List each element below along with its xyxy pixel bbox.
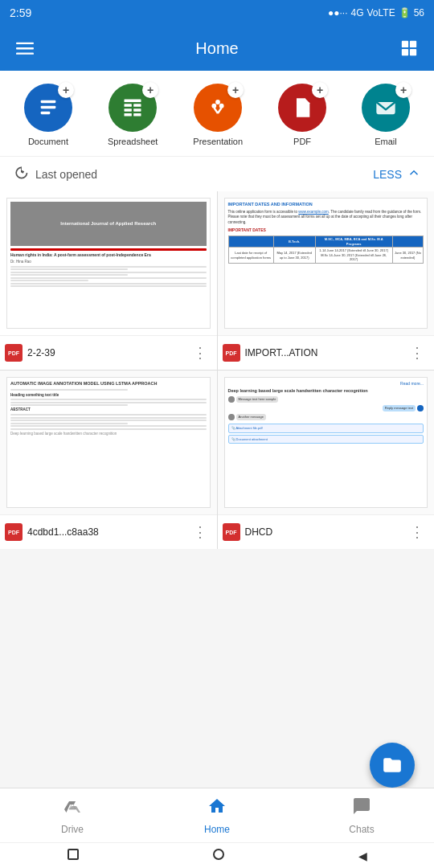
file-card[interactable]: International Journal of Applied Researc… [0,191,217,370]
svg-point-18 [219,104,224,108]
email-label: Email [375,137,397,146]
triangle-icon: ◀ [358,850,367,862]
file-footer: PDF DHCD ⋮ [218,515,435,549]
file-thumbnail: Read more... Deep learning based large s… [218,371,435,515]
quick-actions: + Document + Spreadsheet + Presentation … [0,71,434,156]
svg-line-21 [218,108,222,113]
back-button[interactable]: ◀ [358,850,367,862]
file-more-button[interactable]: ⋮ [190,522,211,542]
presentation-label: Presentation [193,137,243,146]
svg-rect-4 [410,41,416,47]
svg-rect-16 [133,113,141,117]
status-time: 2:59 [10,6,31,19]
quick-action-pdf[interactable]: PDF + PDF [278,84,326,146]
less-button[interactable]: LESS [373,166,421,182]
pdf-file-icon: PDF [5,523,23,541]
file-thumbnail: AUTOMATIC IMAGE ANNOTATION MODEL USING L… [0,371,217,515]
file-footer: PDF 2-2-39 ⋮ [0,336,217,370]
battery-icon: 🔋 [399,7,411,18]
drive-label: Drive [61,824,84,835]
nav-chats[interactable]: Chats [289,796,434,835]
file-name: 2-2-39 [27,347,55,358]
svg-rect-9 [41,112,51,115]
app-bar: Home [0,26,434,71]
pdf-file-icon: PDF [5,344,23,362]
svg-rect-12 [133,104,141,107]
battery-level: 56 [414,7,424,18]
fab-button[interactable] [370,743,415,788]
square-icon [68,849,79,860]
file-card[interactable]: Read more... Deep learning based large s… [218,371,435,549]
svg-rect-11 [125,104,132,107]
volte-icon: VoLTE [367,7,395,18]
file-thumbnail: IMPORTANT DATES AND INFORMATION This onl… [218,191,435,336]
home-button[interactable] [213,849,224,862]
pdf-label: PDF [293,137,311,146]
document-add-badge: + [58,82,74,98]
chats-icon [352,796,371,821]
app-bar-actions [395,35,423,62]
file-name: IMPORT...ATION [245,347,318,358]
section-label: Last opened [35,168,97,181]
file-thumbnail: International Journal of Applied Researc… [0,191,217,336]
file-name: DHCD [245,526,273,538]
file-footer: PDF 4cdbd1...c8aa38 ⋮ [0,515,217,549]
quick-action-document[interactable]: + Document [24,84,72,146]
chevron-up-icon [407,166,421,182]
quick-action-spreadsheet[interactable]: + Spreadsheet [108,84,158,146]
document-label: Document [28,137,68,146]
app-title: Home [195,39,238,58]
svg-rect-5 [402,49,408,55]
svg-rect-0 [16,43,34,44]
email-add-badge: + [395,82,411,98]
section-header: Last opened LESS [0,156,434,191]
home-icon [207,796,227,821]
network-type: 4G [350,7,363,18]
less-label: LESS [373,168,402,181]
status-icons: ●●··· 4G VoLTE 🔋 56 [328,7,424,18]
svg-rect-8 [41,106,56,109]
svg-rect-14 [133,108,141,112]
svg-rect-13 [125,108,132,112]
quick-action-email[interactable]: + Email [362,84,410,146]
svg-rect-2 [16,53,34,55]
pdf-add-badge: + [312,82,328,98]
presentation-add-badge: + [227,82,244,98]
recent-apps-button[interactable] [68,849,79,862]
drive-icon [63,796,82,821]
svg-text:PDF: PDF [297,107,309,113]
spreadsheet-add-badge: + [142,82,158,98]
android-nav: ◀ [0,842,434,868]
svg-rect-7 [41,100,56,104]
menu-button[interactable] [11,35,39,62]
files-grid: International Journal of Applied Researc… [0,191,434,549]
bottom-nav: Drive Home Chats [0,788,434,842]
svg-rect-10 [125,100,141,103]
svg-point-19 [215,100,220,104]
file-more-button[interactable]: ⋮ [407,342,428,363]
svg-rect-6 [410,49,416,55]
file-footer: PDF IMPORT...ATION ⋮ [218,336,435,370]
status-bar: 2:59 ●●··· 4G VoLTE 🔋 56 [0,0,434,26]
circle-icon [213,849,224,860]
history-icon [13,165,29,183]
section-header-left: Last opened [13,165,97,183]
file-card[interactable]: IMPORTANT DATES AND INFORMATION This onl… [218,191,435,370]
file-more-button[interactable]: ⋮ [190,342,211,363]
svg-point-17 [212,104,217,108]
file-name: 4cdbd1...c8aa38 [27,526,99,538]
spreadsheet-label: Spreadsheet [108,137,158,146]
nav-home[interactable]: Home [145,796,289,835]
file-card[interactable]: AUTOMATIC IMAGE ANNOTATION MODEL USING L… [0,371,217,549]
svg-rect-3 [402,41,408,47]
pdf-file-icon: PDF [223,344,240,362]
file-more-button[interactable]: ⋮ [407,522,428,542]
grid-view-button[interactable] [395,35,423,62]
svg-rect-15 [125,113,132,117]
chats-label: Chats [349,824,374,835]
home-label: Home [204,824,230,835]
signal-icon: ●●··· [328,7,348,18]
quick-action-presentation[interactable]: + Presentation [193,84,243,146]
nav-drive[interactable]: Drive [0,796,145,835]
pdf-file-icon: PDF [223,523,240,541]
